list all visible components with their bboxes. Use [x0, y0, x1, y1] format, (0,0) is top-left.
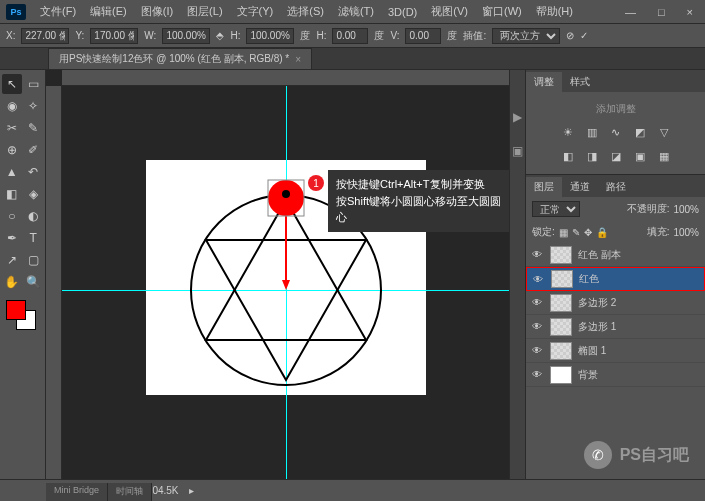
opt-h2-input[interactable]	[332, 28, 368, 44]
lock-all-icon[interactable]: 🔒	[596, 227, 608, 238]
opt-interp-select[interactable]: 两次立方	[492, 28, 560, 44]
doc-info-arrow-icon[interactable]: ▸	[189, 485, 194, 496]
history-tool[interactable]: ↶	[24, 162, 44, 182]
layer-row[interactable]: 👁 红色	[526, 267, 705, 291]
layer-row[interactable]: 👁 背景	[526, 363, 705, 387]
ruler-vertical[interactable]	[46, 86, 62, 479]
blur-tool[interactable]: ○	[2, 206, 22, 226]
lock-move-icon[interactable]: ✥	[584, 227, 592, 238]
menu-file[interactable]: 文件(F)	[34, 2, 82, 21]
visibility-icon[interactable]: 👁	[530, 249, 544, 260]
play-icon[interactable]: ▶	[513, 110, 522, 124]
adj-mixer-icon[interactable]: ▦	[656, 148, 672, 164]
opt-y-input[interactable]	[90, 28, 138, 44]
minimize-button[interactable]: —	[619, 4, 642, 20]
cancel-transform-icon[interactable]: ⊘	[566, 30, 574, 41]
close-button[interactable]: ×	[681, 4, 699, 20]
document-tab[interactable]: 用PS快速绘制12色环 @ 100% (红色 副本, RGB/8) * ×	[48, 48, 312, 69]
type-tool[interactable]: T	[24, 228, 44, 248]
move-tool[interactable]: ↖	[2, 74, 22, 94]
menu-type[interactable]: 文字(Y)	[231, 2, 280, 21]
layer-thumbnail[interactable]	[550, 246, 572, 264]
menu-edit[interactable]: 编辑(E)	[84, 2, 133, 21]
layer-row[interactable]: 👁 椭圆 1	[526, 339, 705, 363]
adj-vibrance-icon[interactable]: ▽	[656, 124, 672, 140]
crop-tool[interactable]: ✂	[2, 118, 22, 138]
commit-transform-icon[interactable]: ✓	[580, 30, 588, 41]
layer-thumbnail[interactable]	[550, 366, 572, 384]
maximize-button[interactable]: □	[652, 4, 671, 20]
hand-tool[interactable]: ✋	[2, 272, 22, 292]
layer-name: 红色	[579, 272, 599, 286]
menu-image[interactable]: 图像(I)	[135, 2, 179, 21]
opacity-value[interactable]: 100%	[673, 204, 699, 215]
tab-styles[interactable]: 样式	[562, 72, 598, 92]
opt-x-input[interactable]	[21, 28, 69, 44]
color-swatches[interactable]	[6, 300, 36, 330]
visibility-icon[interactable]: 👁	[531, 274, 545, 285]
tab-timeline[interactable]: 时间轴	[108, 483, 152, 501]
wand-tool[interactable]: ✧	[24, 96, 44, 116]
panel-icon[interactable]: ▣	[512, 144, 523, 158]
adj-balance-icon[interactable]: ◨	[584, 148, 600, 164]
brush-tool[interactable]: ✐	[24, 140, 44, 160]
path-tool[interactable]: ↗	[2, 250, 22, 270]
visibility-icon[interactable]: 👁	[530, 369, 544, 380]
menu-select[interactable]: 选择(S)	[281, 2, 330, 21]
adj-brightness-icon[interactable]: ☀	[560, 124, 576, 140]
stamp-tool[interactable]: ▲	[2, 162, 22, 182]
menu-help[interactable]: 帮助(H)	[530, 2, 579, 21]
eraser-tool[interactable]: ◧	[2, 184, 22, 204]
dodge-tool[interactable]: ◐	[24, 206, 44, 226]
adj-hue-icon[interactable]: ◧	[560, 148, 576, 164]
lasso-tool[interactable]: ◉	[2, 96, 22, 116]
visibility-icon[interactable]: 👁	[530, 345, 544, 356]
visibility-icon[interactable]: 👁	[530, 321, 544, 332]
opt-v-label: V:	[390, 30, 399, 41]
heal-tool[interactable]: ⊕	[2, 140, 22, 160]
zoom-tool[interactable]: 🔍	[24, 272, 44, 292]
layer-row[interactable]: 👁 多边形 1	[526, 315, 705, 339]
shape-tool[interactable]: ▢	[24, 250, 44, 270]
layer-thumbnail[interactable]	[550, 318, 572, 336]
visibility-icon[interactable]: 👁	[530, 297, 544, 308]
pen-tool[interactable]: ✒	[2, 228, 22, 248]
layer-row[interactable]: 👁 红色 副本	[526, 243, 705, 267]
adj-bw-icon[interactable]: ◪	[608, 148, 624, 164]
eyedropper-tool[interactable]: ✎	[24, 118, 44, 138]
tab-minibridge[interactable]: Mini Bridge	[46, 483, 108, 501]
adj-exposure-icon[interactable]: ◩	[632, 124, 648, 140]
layer-row[interactable]: 👁 多边形 2	[526, 291, 705, 315]
lock-paint-icon[interactable]: ✎	[572, 227, 580, 238]
wechat-icon: ✆	[584, 441, 612, 469]
canvas-area[interactable]: 1 按快捷键Ctrl+Alt+T复制并变换 按Shift键将小圆圆心移动至大圆圆…	[46, 70, 509, 479]
gradient-tool[interactable]: ◈	[24, 184, 44, 204]
link-icon[interactable]: ⬘	[216, 30, 224, 41]
menu-window[interactable]: 窗口(W)	[476, 2, 528, 21]
close-tab-icon[interactable]: ×	[295, 54, 301, 65]
opt-ang-label: 度	[300, 29, 310, 43]
fill-value[interactable]: 100%	[673, 227, 699, 238]
lock-trans-icon[interactable]: ▦	[559, 227, 568, 238]
menu-filter[interactable]: 滤镜(T)	[332, 2, 380, 21]
opt-w-input[interactable]	[162, 28, 210, 44]
adj-levels-icon[interactable]: ▥	[584, 124, 600, 140]
menu-layer[interactable]: 图层(L)	[181, 2, 228, 21]
opt-h-input[interactable]	[246, 28, 294, 44]
tab-paths[interactable]: 路径	[598, 177, 634, 197]
ruler-horizontal[interactable]	[62, 70, 509, 86]
tab-layers[interactable]: 图层	[526, 177, 562, 197]
adj-curves-icon[interactable]: ∿	[608, 124, 624, 140]
tab-channels[interactable]: 通道	[562, 177, 598, 197]
menu-view[interactable]: 视图(V)	[425, 2, 474, 21]
blend-mode-select[interactable]: 正常	[532, 201, 580, 217]
adj-photo-icon[interactable]: ▣	[632, 148, 648, 164]
layer-thumbnail[interactable]	[551, 270, 573, 288]
menu-3d[interactable]: 3D(D)	[382, 4, 423, 20]
foreground-color[interactable]	[6, 300, 26, 320]
opt-v-input[interactable]	[405, 28, 441, 44]
layer-thumbnail[interactable]	[550, 342, 572, 360]
layer-thumbnail[interactable]	[550, 294, 572, 312]
marquee-tool[interactable]: ▭	[24, 74, 44, 94]
tab-adjustments[interactable]: 调整	[526, 72, 562, 92]
